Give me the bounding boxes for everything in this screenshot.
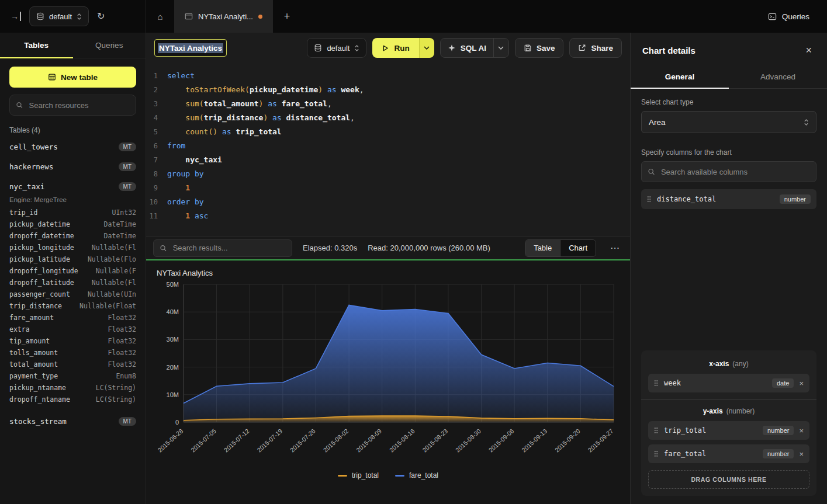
line-number: 9 (146, 181, 167, 195)
more-options-button[interactable]: ⋯ (607, 242, 623, 253)
column-row: pickup_datetimeDateTime (9, 218, 136, 230)
view-toggle-chart[interactable]: Chart (560, 240, 596, 256)
run-options-button[interactable] (419, 38, 434, 58)
view-toggle-table[interactable]: Table (525, 240, 560, 256)
database-selector[interactable]: default (29, 6, 89, 26)
sidebar-tab-tables[interactable]: Tables (0, 33, 73, 58)
drop-zone[interactable]: DRAG COLUMNS HERE (648, 470, 809, 489)
code-line[interactable]: 9 1 (146, 181, 630, 195)
run-button-group: Run (372, 38, 434, 58)
query-database-selector[interactable]: default (307, 38, 366, 58)
column-type-badge: number (763, 426, 794, 435)
queries-button[interactable]: Queries (764, 12, 813, 22)
column-type: Float32 (108, 349, 136, 357)
collapse-sidebar-button[interactable]: → (8, 9, 23, 23)
column-type: Nullable(UIn (88, 290, 136, 298)
code-content: 1 asc (167, 209, 208, 223)
code-line[interactable]: 6from (146, 139, 630, 153)
line-number: 1 (146, 69, 167, 83)
column-chip-name: distance_total (657, 195, 716, 203)
chart-title: NYTaxi Analytics (157, 269, 620, 277)
column-chip-right: number (780, 194, 811, 204)
run-button[interactable]: Run (372, 38, 418, 58)
column-row: dropoff_latitudeNullable(Fl (9, 277, 136, 289)
svg-text:30M: 30M (167, 336, 179, 343)
column-type: Float32 (108, 314, 136, 322)
column-chip[interactable]: trip_totalnumber× (648, 421, 809, 440)
code-line[interactable]: 3 sum(total_amount) as fare_total, (146, 97, 630, 111)
refresh-button[interactable]: ↻ (95, 9, 107, 23)
sidebar-tab-queries[interactable]: Queries (73, 33, 146, 58)
results-toolbar: Elapsed: 0.320s Read: 20,000,000 rows (2… (146, 236, 630, 259)
code-line[interactable]: 8group by (146, 167, 630, 181)
code-content: order by (167, 195, 204, 209)
svg-text:2015-08-16: 2015-08-16 (388, 427, 416, 453)
column-chip[interactable]: fare_totalnumber× (648, 444, 809, 463)
chart-type-value: Area (649, 118, 666, 127)
code-line[interactable]: 1select (146, 69, 630, 83)
chart-type-select[interactable]: Area (641, 111, 816, 133)
svg-text:2015-09-06: 2015-09-06 (487, 427, 515, 453)
results-chart[interactable]: 010M20M30M40M50M2015-06-282015-07-052015… (157, 281, 620, 469)
svg-text:2015-07-05: 2015-07-05 (189, 427, 217, 453)
save-button[interactable]: Save (515, 38, 564, 58)
unsaved-changes-dot (258, 15, 262, 19)
column-chip[interactable]: weekdate× (648, 374, 809, 392)
legend-item[interactable]: trip_total (338, 471, 379, 479)
column-row: payment_typeEnum8 (9, 370, 136, 382)
column-type: Enum8 (116, 372, 136, 380)
column-chip-name: trip_total (664, 426, 706, 435)
close-panel-button[interactable]: × (802, 44, 815, 56)
remove-column-icon[interactable]: × (799, 379, 804, 388)
results-search-input[interactable] (172, 243, 286, 253)
column-name: total_amount (9, 360, 58, 369)
column-type: Nullable(F (96, 267, 136, 275)
column-type: DateTime (104, 232, 136, 240)
x-axis-hint: (any) (732, 360, 748, 368)
code-content: group by (167, 167, 204, 181)
column-name: pickup_datetime (9, 220, 70, 228)
line-number: 5 (146, 125, 167, 139)
panel-tab-general[interactable]: General (631, 65, 729, 88)
axis-divider (641, 399, 816, 400)
code-line[interactable]: 7 nyc_taxi (146, 153, 630, 167)
columns-search-input[interactable] (660, 167, 810, 177)
sql-ai-button[interactable]: SQL AI (441, 39, 493, 57)
code-line[interactable]: 11 1 asc (146, 209, 630, 223)
new-table-button[interactable]: New table (9, 67, 136, 88)
panel-tab-advanced[interactable]: Advanced (729, 65, 827, 88)
code-line[interactable]: 10order by (146, 195, 630, 209)
topbar: → default ↻ ⌂ NYTaxi Analyti... + Querie… (0, 0, 827, 33)
code-line[interactable]: 5 count() as trip_total (146, 125, 630, 139)
resources-search-input[interactable] (28, 100, 130, 110)
table-item[interactable]: nyc_taxiMT (0, 176, 146, 196)
legend-swatch (395, 475, 404, 477)
remove-column-icon[interactable]: × (799, 426, 804, 435)
sql-ai-options-button[interactable] (493, 39, 508, 57)
legend-item[interactable]: fare_total (395, 471, 438, 479)
home-tab[interactable]: ⌂ (146, 0, 174, 33)
sql-editor[interactable]: 1select2 toStartOfWeek(pickup_datetime) … (146, 63, 630, 236)
y-axis-hint: (number) (726, 407, 755, 415)
chart-details-panel: Chart details × General Advanced Select … (630, 33, 827, 504)
query-tab[interactable]: NYTaxi Analyti... (174, 0, 273, 33)
table-item[interactable]: stocks_streamMT (0, 411, 146, 431)
topbar-left: → default ↻ (0, 0, 146, 33)
remove-column-icon[interactable]: × (799, 450, 804, 458)
table-item[interactable]: cell_towersMT (0, 137, 146, 157)
view-toggle: Table Chart (525, 239, 596, 257)
sidebar: Tables Queries New table Tables (4) cell… (0, 33, 146, 504)
column-name: passenger_count (9, 290, 70, 298)
column-row: tolls_amountFloat32 (9, 347, 136, 359)
code-line[interactable]: 2 toStartOfWeek(pickup_datetime) as week… (146, 83, 630, 97)
column-chip[interactable]: distance_totalnumber (641, 189, 816, 209)
code-line[interactable]: 4 sum(trip_distance) as distance_total, (146, 111, 630, 125)
column-chip-name: week (664, 379, 681, 387)
table-item[interactable]: hackernewsMT (0, 157, 146, 176)
query-title-input[interactable]: NYTaxi Analytics (154, 39, 227, 57)
new-tab-button[interactable]: + (273, 0, 301, 33)
table-name: nyc_taxi (9, 182, 44, 191)
sidebar-tabs: Tables Queries (0, 33, 146, 58)
column-name: dropoff_datetime (9, 232, 74, 240)
share-button[interactable]: Share (569, 38, 622, 58)
